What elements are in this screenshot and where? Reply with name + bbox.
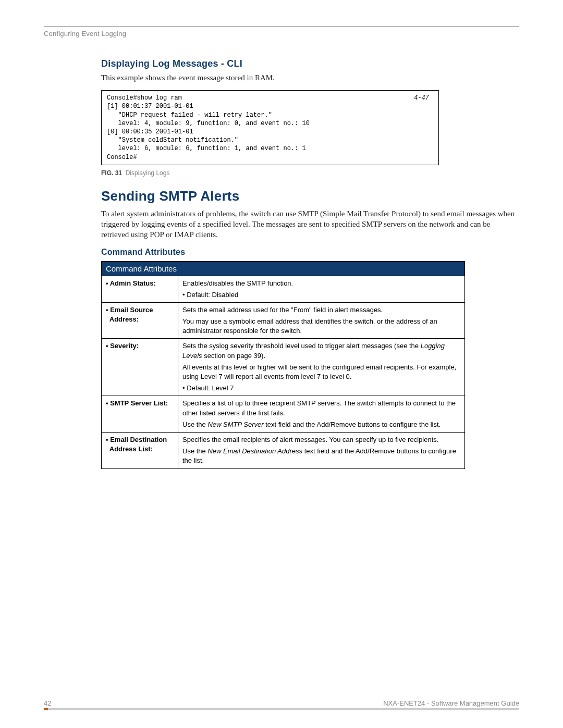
table-row: • Admin Status: Enables/disables the SMT… — [102, 276, 465, 302]
attr-desc-email-source: Sets the email address used for the "Fro… — [178, 302, 465, 339]
figure-title: Displaying Logs — [126, 169, 170, 177]
attr-desc-severity: Sets the syslog severity threshold level… — [178, 339, 465, 396]
attr-desc-smtp-server-list: Specifies a list of up to three recipien… — [178, 396, 465, 433]
attr-desc-email-dest-list: Specifies the email recipients of alert … — [178, 432, 465, 468]
code-content: Console#show log ram [1] 00:01:37 2001-0… — [107, 94, 310, 161]
command-attributes-table: Command Attributes • Admin Status: Enabl… — [101, 261, 465, 469]
page-number: 42 — [44, 699, 51, 707]
doc-title-footer: NXA-ENET24 - Software Management Guide — [383, 699, 519, 707]
figure-caption: FIG. 31 Displaying Logs — [101, 169, 519, 177]
intro-paragraph-1: This example shows the event message sto… — [101, 72, 519, 83]
attr-label-severity: • Severity: — [102, 339, 178, 396]
table-row: • SMTP Server List: Specifies a list of … — [102, 396, 465, 433]
heading-sending-smtp-alerts: Sending SMTP Alerts — [101, 188, 519, 204]
table-header: Command Attributes — [102, 261, 465, 276]
attr-label-email-source: • Email Source Address: — [102, 302, 178, 339]
figure-number: FIG. 31 — [101, 169, 122, 177]
subheading-command-attributes: Command Attributes — [101, 248, 519, 257]
attr-label-email-dest-list: • Email Destination Address List: — [102, 432, 178, 468]
table-row: • Email Destination Address List: Specif… — [102, 432, 465, 468]
code-block-show-log-ram: 4-47Console#show log ram [1] 00:01:37 20… — [101, 90, 439, 165]
footer-rule — [44, 708, 519, 710]
table-row: • Severity: Sets the syslog severity thr… — [102, 339, 465, 396]
heading-displaying-log-cli: Displaying Log Messages - CLI — [101, 58, 519, 69]
code-page-ref: 4-47 — [414, 94, 429, 102]
attr-label-admin-status: • Admin Status: — [102, 276, 178, 302]
attr-desc-admin-status: Enables/disables the SMTP function. • De… — [178, 276, 465, 302]
table-row: • Email Source Address: Sets the email a… — [102, 302, 465, 339]
attr-label-smtp-server-list: • SMTP Server List: — [102, 396, 178, 433]
intro-paragraph-2: To alert system administrators of proble… — [101, 208, 519, 240]
running-header: Configuring Event Logging — [44, 30, 519, 38]
